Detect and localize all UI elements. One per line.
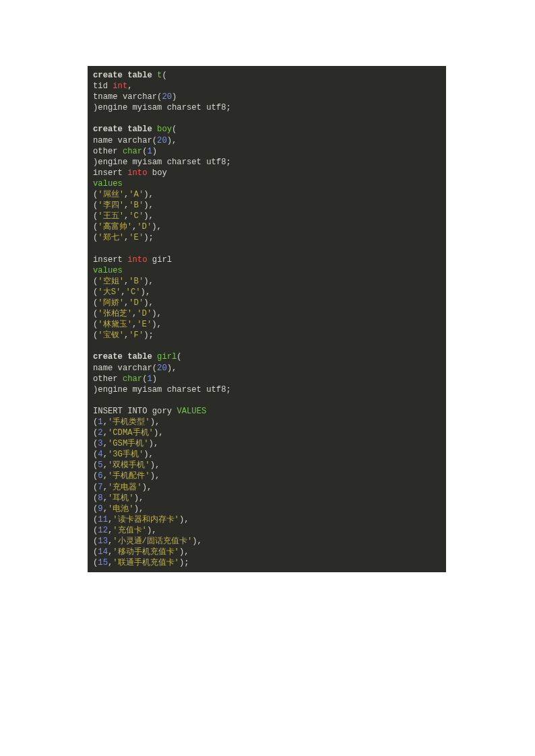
field-other: other	[93, 147, 118, 156]
kw-into: into	[127, 255, 147, 265]
kw-insert: insert	[93, 168, 123, 178]
field-other: other	[93, 374, 118, 384]
num-1: 1	[148, 147, 152, 156]
type-char: char	[123, 147, 142, 156]
kw-insert-into-caps: INSERT INTO	[93, 407, 147, 416]
kw-values: values	[93, 266, 123, 275]
boy-rows: ('屌丝','A'), ('李四','B'), ('王五','C'), ('高富…	[93, 190, 162, 242]
kw-create: create table	[93, 125, 152, 134]
kw-create: create table	[93, 71, 152, 80]
field-name: name varchar(	[93, 136, 157, 145]
type-int: int	[113, 81, 127, 91]
tbl-girl: girl	[157, 352, 177, 362]
kw-values: values	[93, 179, 123, 188]
tbl-girl-ref: girl	[152, 255, 172, 265]
gory-rows: (1,'手机类型'), (2,'CDMA手机'), (3,'GSM手机'), (…	[93, 417, 202, 568]
tbl-gory: gory	[152, 407, 172, 416]
tbl-boy: boy	[157, 125, 172, 134]
kw-into: into	[127, 168, 147, 178]
field-name: name varchar(	[93, 364, 157, 373]
kw-insert: insert	[93, 255, 123, 265]
sql-code-block: create table t( tid int, tname varchar(2…	[88, 66, 446, 572]
kw-values-caps: VALUES	[177, 407, 206, 416]
type-char: char	[123, 374, 142, 384]
field-tname: tname varchar(	[93, 92, 162, 102]
field-tid: tid	[93, 81, 108, 91]
kw-create: create table	[93, 352, 152, 362]
num-20: 20	[162, 92, 172, 102]
engine-line: )engine myisam charset utf8;	[93, 158, 231, 167]
girl-rows: ('空姐','B'), ('大S','C'), ('阿娇','D'), ('张柏…	[93, 277, 162, 340]
tbl-boy-ref: boy	[152, 168, 167, 178]
num-1: 1	[148, 374, 152, 384]
engine-line: )engine myisam charset utf8;	[93, 103, 231, 112]
num-20: 20	[157, 136, 167, 145]
engine-line: )engine myisam charset utf8;	[93, 385, 231, 394]
num-20: 20	[157, 364, 167, 373]
